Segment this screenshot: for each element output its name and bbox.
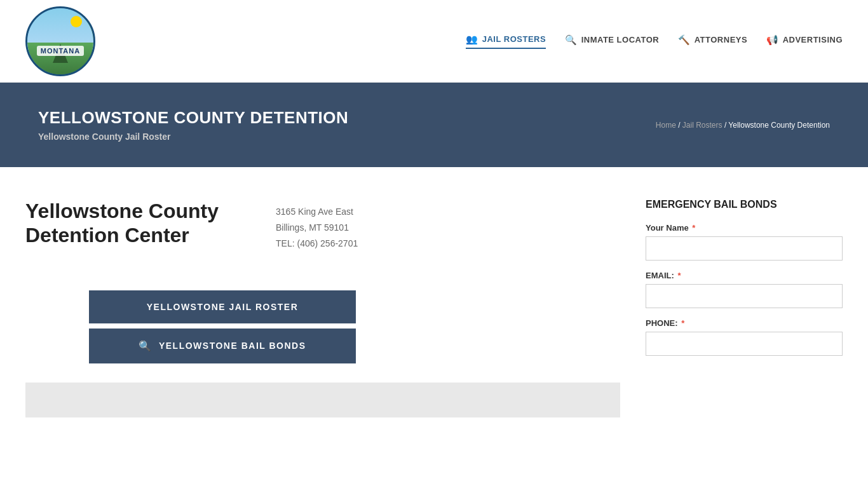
gray-bar [25,383,620,417]
address-line1: 3165 King Ave East [276,204,358,220]
name-label: Your Name * [646,223,843,233]
hero-left: YELLOWSTONE COUNTY DETENTION Yellowstone… [38,108,348,142]
email-input[interactable] [646,284,843,308]
form-title: EMERGENCY BAIL BONDS [646,199,843,210]
facility-name: Yellowstone County Detention Center [25,199,219,248]
main-content: Yellowstone County Detention Center 3165… [0,167,868,417]
form-group-name: Your Name * [646,223,843,261]
phone: TEL: (406) 256-2701 [276,236,358,252]
form-group-email: EMAIL: * [646,271,843,308]
logo-area[interactable]: MONTANA [25,6,95,76]
page-subtitle: Yellowstone County Jail Roster [38,132,348,142]
breadcrumb-current: Yellowstone County Detention [728,121,830,130]
left-section: Yellowstone County Detention Center 3165… [25,199,620,417]
attorneys-icon: 🔨 [678,34,691,46]
name-input[interactable] [646,236,843,261]
address-line2: Billings, MT 59101 [276,220,358,236]
jail-roster-button[interactable]: YELLOWSTONE JAIL ROSTER [89,290,356,323]
advertising-icon: 📢 [766,34,779,46]
phone-required-star: * [681,318,684,328]
logo-text: MONTANA [37,46,84,56]
search-icon: 🔍 [139,340,153,352]
name-required-star: * [692,223,695,233]
nav-attorneys[interactable]: 🔨 ATTORNEYS [678,34,747,48]
site-header: MONTANA 👥 JAIL ROSTERS 🔍 INMATE LOCATOR … [0,0,868,83]
page-title: YELLOWSTONE COUNTY DETENTION [38,108,348,128]
breadcrumb-section[interactable]: Jail Rosters [682,121,722,130]
bail-bonds-button[interactable]: 🔍 YELLOWSTONE BAIL BONDS [89,329,356,363]
phone-label: PHONE: * [646,318,843,328]
nav-advertising[interactable]: 📢 ADVERTISING [766,34,843,48]
jail-rosters-icon: 👥 [466,34,478,45]
right-section: EMERGENCY BAIL BONDS Your Name * EMAIL: … [646,199,843,417]
email-required-star: * [677,271,681,280]
action-buttons: YELLOWSTONE JAIL ROSTER 🔍 YELLOWSTONE BA… [89,290,620,363]
logo-circle: MONTANA [25,6,95,76]
emergency-bail-form: EMERGENCY BAIL BONDS Your Name * EMAIL: … [646,199,843,356]
form-group-phone: PHONE: * [646,318,843,356]
phone-input[interactable] [646,332,843,356]
hero-banner: YELLOWSTONE COUNTY DETENTION Yellowstone… [0,83,868,167]
breadcrumb-home[interactable]: Home [656,121,676,130]
breadcrumb: Home / Jail Rosters / Yellowstone County… [656,121,830,130]
nav-jail-rosters[interactable]: 👥 JAIL ROSTERS [466,34,546,49]
email-label: EMAIL: * [646,271,843,280]
address-block: 3165 King Ave East Billings, MT 59101 TE… [276,204,358,252]
main-nav: 👥 JAIL ROSTERS 🔍 INMATE LOCATOR 🔨 ATTORN… [466,34,843,49]
nav-inmate-locator[interactable]: 🔍 INMATE LOCATOR [565,34,659,48]
inmate-locator-icon: 🔍 [565,34,578,46]
